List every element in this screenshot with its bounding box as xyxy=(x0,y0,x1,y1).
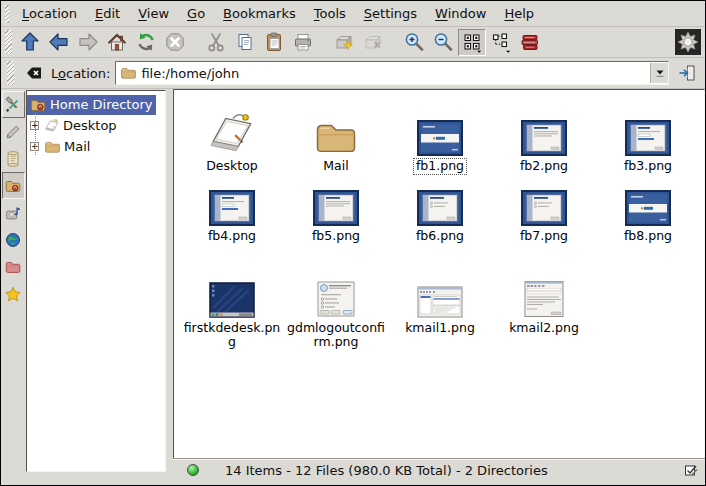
file-fb4[interactable]: fb4.png xyxy=(206,186,258,244)
file-icon-box xyxy=(523,256,565,318)
menu-edit[interactable]: Edit xyxy=(86,4,129,23)
menu-go[interactable]: Go xyxy=(178,4,214,23)
mail-window-icon xyxy=(417,286,463,318)
copy-pages-button[interactable] xyxy=(231,29,259,56)
panel-splitter[interactable] xyxy=(166,89,173,485)
file-icon-box xyxy=(209,256,255,318)
folder-icon xyxy=(120,66,137,80)
home-folder-icon xyxy=(4,177,22,195)
magnifier-plus-button[interactable] xyxy=(400,29,428,56)
sidebar-tree-panel: Home Directory+Desktop+Mail xyxy=(25,89,166,485)
file-gdmlogoutconfirm[interactable]: gdmlogoutconfirm.png xyxy=(284,256,388,351)
tree-view-button[interactable] xyxy=(487,29,515,56)
file-label: gdmlogoutconfirm.png xyxy=(284,321,388,351)
file-icon-box xyxy=(625,186,671,226)
tree-item-mail[interactable]: +Mail xyxy=(27,136,165,157)
go-button[interactable] xyxy=(674,60,700,86)
tree-view-icon xyxy=(490,31,512,53)
tree-item-desktop[interactable]: +Desktop xyxy=(27,115,165,136)
sidebar-tab-pencil[interactable] xyxy=(2,118,25,145)
sidebar-tab-bookmark-star[interactable] xyxy=(2,280,25,307)
file-label: fb7.png xyxy=(518,229,570,244)
menu-bookmarks[interactable]: Bookmarks xyxy=(214,4,305,23)
file-label: fb1.png xyxy=(414,159,466,174)
check-flag-icon[interactable] xyxy=(683,462,699,478)
folder-icon xyxy=(44,140,61,154)
wizard-radio-icon xyxy=(417,190,463,226)
red-books-icon xyxy=(519,31,541,53)
cube-star-button[interactable] xyxy=(330,29,358,56)
up-arrow-button[interactable] xyxy=(16,29,44,56)
icon-view-grid-button[interactable] xyxy=(458,29,486,56)
file-desktop[interactable]: Desktop xyxy=(204,100,260,174)
up-arrow-icon xyxy=(19,31,41,53)
file-fb6[interactable]: fb6.png xyxy=(414,186,466,244)
file-icon-box xyxy=(313,100,359,156)
sidebar-tab-tools[interactable] xyxy=(2,91,25,118)
file-fb7[interactable]: fb7.png xyxy=(518,186,570,244)
menubar-drag-handle[interactable] xyxy=(5,5,9,23)
window-bottom-frame xyxy=(173,480,705,485)
paste-clipboard-button[interactable] xyxy=(260,29,288,56)
file-kmail1[interactable]: kmail1.png xyxy=(403,256,477,336)
file-firstkdedesk[interactable]: firstkdedesk.png xyxy=(180,256,284,351)
location-toolbar-drag-handle[interactable] xyxy=(7,61,14,85)
file-icon-box xyxy=(521,186,567,226)
desktop-board-large-icon xyxy=(207,110,257,156)
cube-x-button xyxy=(359,29,387,56)
menu-help[interactable]: Help xyxy=(495,4,543,23)
globe-icon xyxy=(4,231,22,249)
file-fb1[interactable]: fb1.png xyxy=(414,100,466,174)
file-view-column: DesktopMailfb1.pngfb2.pngfb3.pngfb4.pngf… xyxy=(173,89,705,485)
file-label: fb2.png xyxy=(518,159,570,174)
clear-location-button[interactable] xyxy=(22,61,46,85)
file-label: kmail1.png xyxy=(403,321,477,336)
main-area: Home Directory+Desktop+Mail DesktopMailf… xyxy=(1,89,705,485)
tree-item-label: Home Directory xyxy=(50,97,152,112)
reload-button[interactable] xyxy=(132,29,160,56)
file-fb8[interactable]: fb8.png xyxy=(622,186,674,244)
sidebar-tab-media-player[interactable] xyxy=(2,199,25,226)
file-fb2[interactable]: fb2.png xyxy=(518,100,570,174)
file-icon-box xyxy=(313,186,359,226)
wizard-form-icon xyxy=(625,120,671,156)
tree-item-home-directory[interactable]: Home Directory xyxy=(27,94,165,115)
back-arrow-button[interactable] xyxy=(45,29,73,56)
print-button[interactable] xyxy=(289,29,317,56)
red-books-button[interactable] xyxy=(516,29,544,56)
dialog-logout-icon xyxy=(315,280,357,318)
location-dropdown-arrow[interactable] xyxy=(650,63,668,83)
menu-tools[interactable]: Tools xyxy=(305,4,355,23)
stop-button xyxy=(161,29,189,56)
sidebar-tab-home-folder[interactable] xyxy=(2,172,25,199)
kde-gear-icon xyxy=(675,29,701,55)
magnifier-minus-button[interactable] xyxy=(429,29,457,56)
sidebar-tab-globe[interactable] xyxy=(2,226,25,253)
file-kmail2[interactable]: kmail2.png xyxy=(507,256,581,336)
menu-window[interactable]: Window xyxy=(426,4,495,23)
wizard-radio-icon xyxy=(521,190,567,226)
back-arrow-icon xyxy=(48,31,70,53)
file-fb5[interactable]: fb5.png xyxy=(310,186,362,244)
sidebar-tab-red-folder[interactable] xyxy=(2,253,25,280)
file-label: fb3.png xyxy=(622,159,674,174)
red-folder-icon xyxy=(4,258,22,276)
menu-view[interactable]: View xyxy=(129,4,178,23)
file-label: fb6.png xyxy=(414,229,466,244)
forward-arrow-button xyxy=(74,29,102,56)
file-icon-box xyxy=(417,100,463,156)
go-enter-icon xyxy=(677,63,697,83)
sidebar-tab-history-scroll[interactable] xyxy=(2,145,25,172)
menu-settings[interactable]: Settings xyxy=(355,4,426,23)
history-scroll-icon xyxy=(4,150,22,168)
file-icon-box xyxy=(207,100,257,156)
file-icon-box xyxy=(209,186,255,226)
home-button[interactable] xyxy=(103,29,131,56)
location-input[interactable] xyxy=(141,64,646,82)
file-icon-box xyxy=(315,256,357,318)
file-mail[interactable]: Mail xyxy=(313,100,359,174)
toolbar-drag-handle[interactable] xyxy=(5,30,12,54)
stop-icon xyxy=(164,31,186,53)
menu-location[interactable]: Location xyxy=(13,4,86,23)
file-fb3[interactable]: fb3.png xyxy=(622,100,674,174)
